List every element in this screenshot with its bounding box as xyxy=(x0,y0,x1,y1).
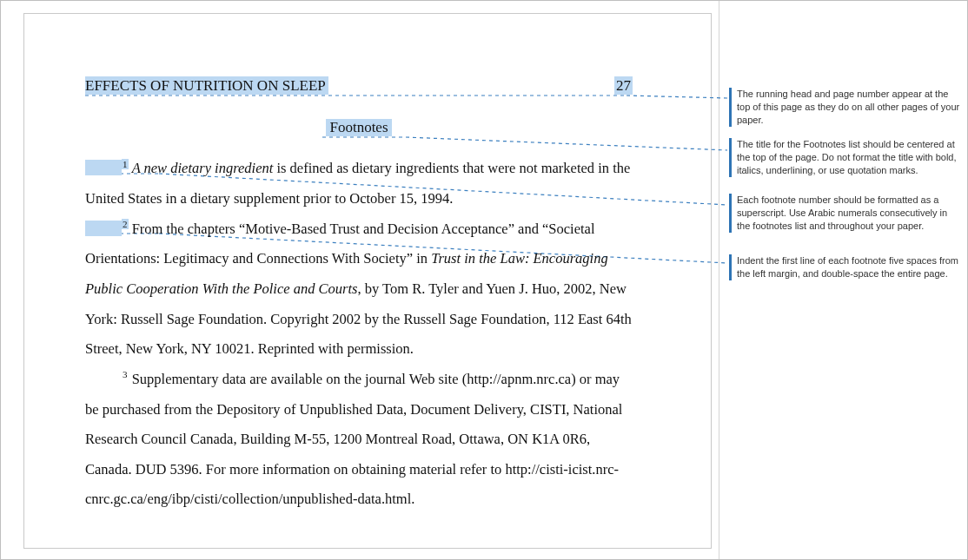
footnote-number: 3 xyxy=(122,369,129,379)
footnote-item: 3 Supplementary data are available on th… xyxy=(85,365,633,515)
footnote-italic-phrase: A new dietary ingredient xyxy=(132,160,274,176)
annotation-panel: The running head and page number appear … xyxy=(729,1,957,560)
footnotes-body: 1 A new dietary ingredient is defined as… xyxy=(85,154,633,515)
vertical-separator xyxy=(719,1,719,560)
indent-highlight xyxy=(85,160,122,175)
annotation-item: The running head and page number appear … xyxy=(729,88,961,127)
footnote-item: 1 A new dietary ingredient is defined as… xyxy=(85,154,633,214)
section-title-row: Footnotes xyxy=(85,119,633,136)
document-canvas: EFFECTS OF NUTRITION ON SLEEP 27 Footnot… xyxy=(0,0,968,560)
indent-highlight xyxy=(85,221,122,236)
page-area: EFFECTS OF NUTRITION ON SLEEP 27 Footnot… xyxy=(23,13,712,549)
running-head-row: EFFECTS OF NUTRITION ON SLEEP 27 xyxy=(85,76,633,95)
footnote-number: 1 xyxy=(122,159,129,169)
annotation-item: Indent the first line of each footnote f… xyxy=(729,254,961,280)
footnote-item: 2 From the chapters “Motive-Based Trust … xyxy=(85,214,633,365)
annotation-item: Each footnote number should be formatted… xyxy=(729,194,961,233)
annotation-item: The title for the Footnotes list should … xyxy=(729,138,961,177)
running-head-text: EFFECTS OF NUTRITION ON SLEEP xyxy=(85,76,328,95)
section-title: Footnotes xyxy=(326,119,391,136)
page-number: 27 xyxy=(614,76,633,95)
footnote-text: Supplementary data are available on the … xyxy=(85,371,622,508)
footnote-number: 2 xyxy=(122,219,129,229)
